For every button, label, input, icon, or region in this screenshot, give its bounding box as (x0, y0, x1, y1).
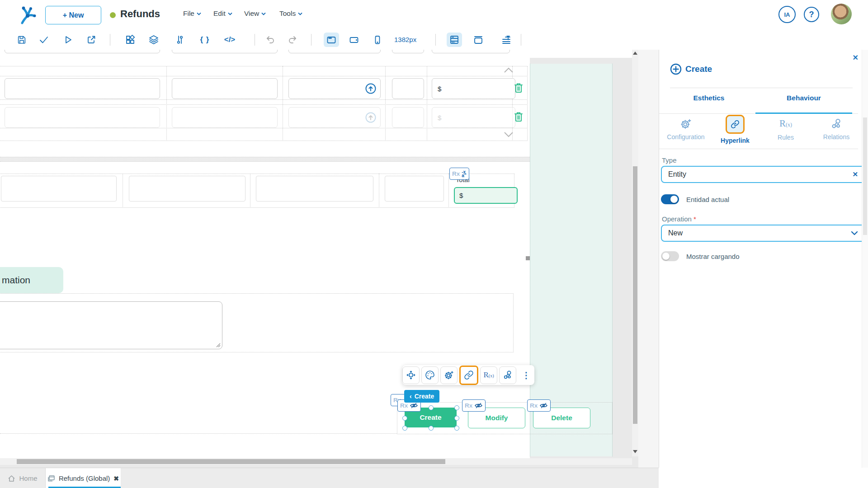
text-input[interactable] (129, 176, 245, 202)
tab-home[interactable]: Home (0, 468, 46, 488)
entity-toggle[interactable] (661, 194, 679, 204)
text-input[interactable] (5, 107, 160, 128)
tab-behaviour[interactable]: Behaviour (756, 94, 851, 102)
panel-scrollbar[interactable] (862, 50, 868, 488)
collapse-up-chevron[interactable] (504, 67, 514, 75)
type-input[interactable]: Entity ✕ (661, 166, 865, 183)
panel-close-button[interactable]: ✕ (853, 53, 859, 62)
upload-input[interactable] (288, 78, 381, 99)
user-avatar[interactable] (831, 4, 852, 24)
selection-handle[interactable] (454, 426, 459, 431)
selection-handle[interactable] (429, 426, 434, 431)
menu-view[interactable]: View (244, 9, 266, 18)
grid-line (250, 174, 250, 207)
currency-input[interactable]: $ (432, 107, 515, 128)
grid-line (166, 66, 167, 140)
delete-row-button[interactable] (514, 111, 524, 125)
redo-button[interactable] (285, 33, 300, 47)
container-edge-handle[interactable] (526, 256, 530, 260)
section-divider (0, 157, 530, 162)
subtab-hyperlink[interactable]: Hyperlink (710, 117, 760, 144)
hyperlink-highlight (726, 115, 745, 134)
subtab-rules[interactable]: R(x) Rules (760, 117, 811, 141)
selection-handle[interactable] (454, 405, 459, 410)
text-input[interactable] (172, 107, 278, 128)
align-distribute-button[interactable] (499, 33, 514, 47)
new-button[interactable]: + New (45, 6, 101, 24)
style-button[interactable] (421, 366, 439, 384)
selected-container-region[interactable] (530, 64, 613, 456)
repeater-grid[interactable] (0, 66, 528, 141)
subtab-relations[interactable]: Relations (811, 117, 862, 141)
menu-tools[interactable]: Tools (279, 9, 302, 18)
help-button[interactable]: ? (804, 7, 819, 22)
text-input[interactable] (392, 107, 424, 128)
export-button[interactable] (84, 33, 99, 47)
loading-toggle[interactable] (661, 251, 679, 261)
text-input[interactable] (385, 176, 444, 202)
delete-row-button[interactable] (514, 82, 524, 96)
tab-esthetics[interactable]: Esthetics (661, 94, 756, 102)
configuration-button[interactable] (440, 366, 458, 384)
currency-input[interactable]: $ (432, 78, 515, 99)
desktop-view-button[interactable] (324, 33, 339, 47)
layers-button[interactable] (146, 33, 161, 47)
move-button[interactable] (402, 366, 420, 384)
flows-button[interactable] (172, 33, 188, 47)
canvas-vertical-scrollbar[interactable] (632, 50, 638, 456)
vertical-scroll-thumb[interactable] (633, 166, 637, 424)
text-input[interactable] (1, 176, 117, 202)
source-code-button[interactable]: </> (222, 33, 237, 47)
selection-breadcrumb[interactable]: ‹ Create (404, 390, 439, 403)
upload-icon[interactable] (365, 83, 377, 94)
selection-handle[interactable] (402, 426, 407, 431)
container-frame-button[interactable] (471, 33, 486, 47)
clear-field-icon[interactable]: ✕ (852, 170, 858, 178)
text-input[interactable] (256, 176, 373, 202)
validate-button[interactable] (36, 33, 52, 47)
operation-select[interactable]: New (661, 225, 865, 242)
upload-input[interactable] (288, 107, 381, 128)
selection-handle[interactable] (429, 405, 434, 410)
text-input[interactable] (172, 78, 278, 99)
undo-button[interactable] (263, 33, 278, 47)
scroll-up-arrow[interactable] (633, 52, 637, 55)
text-input[interactable] (392, 78, 424, 99)
run-button[interactable] (60, 33, 75, 47)
grid-line (0, 99, 527, 100)
selection-handle[interactable] (454, 416, 459, 421)
save-button[interactable] (14, 33, 29, 47)
viewport-width-label[interactable]: 1382px (394, 36, 416, 43)
rules-button[interactable]: R(x) (480, 366, 497, 384)
tab-refunds-global[interactable]: Refunds (Global) ✖ (46, 468, 121, 488)
grid-line (0, 104, 527, 105)
more-options-button[interactable]: ⋮ (518, 367, 534, 384)
mobile-view-button[interactable] (370, 33, 385, 47)
menu-edit[interactable]: Edit (213, 9, 232, 18)
menu-file[interactable]: File (183, 9, 201, 18)
selection-handle[interactable] (402, 416, 407, 421)
relations-button[interactable] (499, 366, 516, 384)
components-button[interactable] (123, 33, 138, 47)
horizontal-scroll-thumb[interactable] (17, 459, 445, 464)
variables-button[interactable]: { } (197, 33, 212, 47)
app-logo-icon[interactable] (19, 5, 37, 24)
subtab-configuration[interactable]: Configuration (660, 117, 711, 141)
total-currency-field[interactable]: $ (454, 187, 518, 204)
rx-visibility-chip[interactable]: Rx (462, 399, 486, 412)
panel-scroll-thumb[interactable] (863, 117, 867, 235)
section-label[interactable]: mation (0, 267, 63, 293)
layout-panels-button[interactable] (447, 33, 462, 47)
total-rx-chip[interactable]: Rx -xa″ (449, 168, 469, 180)
tablet-view-button[interactable] (346, 33, 362, 47)
ia-badge[interactable]: IA (778, 6, 796, 23)
resize-handle-icon[interactable] (216, 343, 221, 347)
collapse-down-chevron[interactable] (504, 131, 514, 139)
tab-close-icon[interactable]: ✖ (113, 475, 119, 482)
rx-visibility-chip[interactable]: Rx (527, 399, 551, 412)
scroll-down-arrow[interactable] (633, 450, 637, 453)
comments-textarea[interactable] (0, 301, 222, 349)
hyperlink-button[interactable] (459, 366, 478, 385)
text-input[interactable] (5, 78, 160, 99)
canvas-horizontal-scrollbar[interactable] (0, 458, 632, 465)
